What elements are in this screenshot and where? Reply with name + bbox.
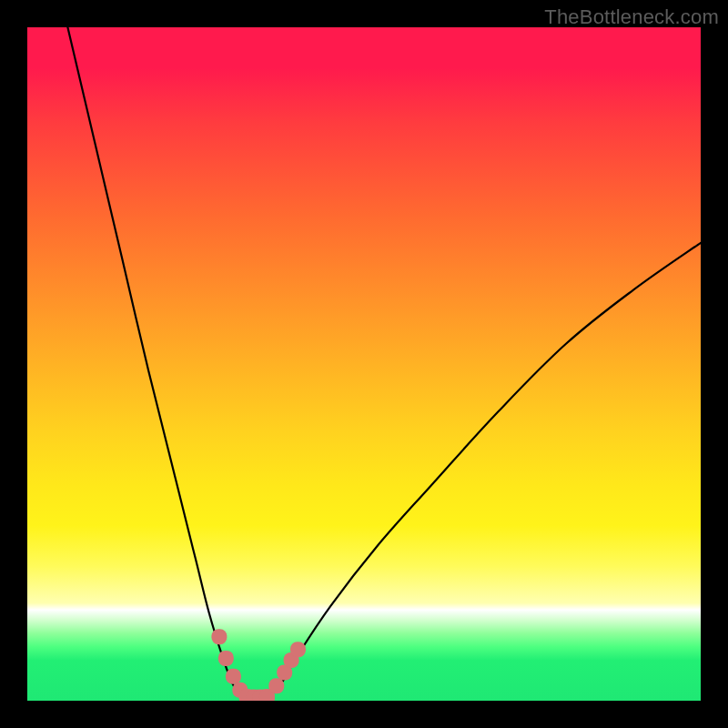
- chart-frame: TheBottleneck.com: [0, 0, 728, 728]
- marker-point: [268, 678, 284, 693]
- marker-point: [290, 642, 306, 657]
- bottleneck-curve: [67, 27, 701, 699]
- watermark-text: TheBottleneck.com: [544, 5, 719, 29]
- marker-point: [218, 651, 234, 666]
- marker-point: [226, 669, 241, 684]
- chart-svg: [27, 27, 701, 701]
- marker-point: [211, 629, 227, 644]
- plot-area: [27, 27, 701, 701]
- highlight-markers: [211, 629, 306, 701]
